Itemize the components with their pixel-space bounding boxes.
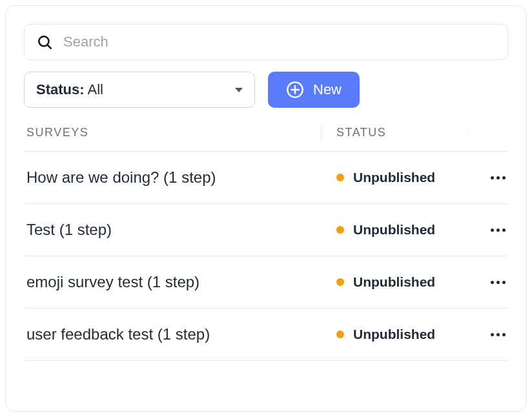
status-cell: Unpublished [321,222,468,238]
table-row[interactable]: Test (1 step)Unpublished [24,204,508,256]
chevron-down-icon [235,88,243,92]
more-horizontal-icon [491,333,506,336]
status-filter-text: Status: All [36,81,103,98]
status-dot-icon [336,174,344,181]
status-text: Unpublished [353,222,435,238]
search-icon [36,34,53,50]
status-cell: Unpublished [321,170,468,185]
status-text: Unpublished [353,170,435,185]
survey-name: user feedback test (1 step) [26,325,321,343]
controls-row: Status: All New [24,72,508,108]
status-dot-icon [336,226,344,234]
table-row[interactable]: emoji survey test (1 step)Unpublished [24,256,508,309]
survey-name: emoji survey test (1 step) [26,273,321,291]
row-actions-button[interactable] [468,229,506,232]
more-horizontal-icon [491,176,506,179]
search-row [24,24,508,60]
status-text: Unpublished [353,274,435,290]
survey-name: Test (1 step) [26,221,321,239]
surveys-panel: Status: All New SURVEYS STATUS How are w… [5,5,527,412]
more-horizontal-icon [491,281,506,284]
status-filter-label: Status: [36,81,85,97]
table-row[interactable]: user feedback test (1 step)Unpublished [24,309,508,361]
status-filter-dropdown[interactable]: Status: All [24,72,255,108]
row-actions-button[interactable] [468,333,506,336]
plus-circle-icon [286,81,304,99]
search-input[interactable] [63,34,496,50]
new-button-label: New [313,81,342,98]
status-text: Unpublished [353,327,435,342]
more-horizontal-icon [491,229,506,232]
column-header-status: STATUS [321,126,468,139]
status-filter-value: All [87,81,103,97]
status-dot-icon [336,278,344,286]
status-cell: Unpublished [321,327,468,342]
search-input-wrapper[interactable] [24,24,508,60]
survey-name: How are we doing? (1 step) [26,168,321,187]
table-row[interactable]: How are we doing? (1 step)Unpublished [24,152,508,204]
row-actions-button[interactable] [468,176,506,179]
status-cell: Unpublished [321,274,468,290]
table-body: How are we doing? (1 step)UnpublishedTes… [24,152,508,361]
table-header: SURVEYS STATUS [24,126,508,152]
new-survey-button[interactable]: New [268,72,360,108]
column-header-surveys: SURVEYS [26,126,321,139]
svg-line-1 [48,45,51,48]
row-actions-button[interactable] [468,281,506,284]
status-dot-icon [336,331,344,338]
